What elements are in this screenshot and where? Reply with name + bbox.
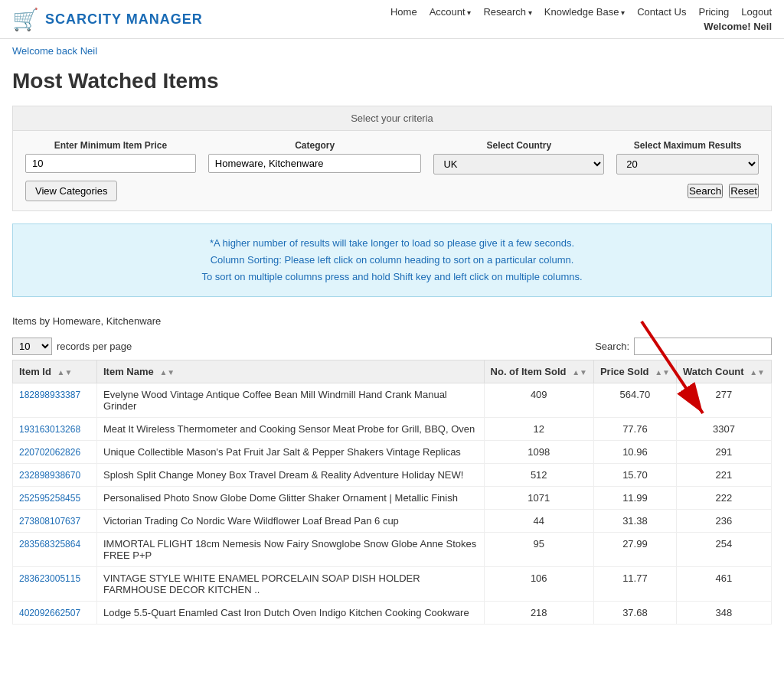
- table-row: 182898933387 Evelyne Wood Vintage Antiqu…: [13, 383, 772, 418]
- cell-item-name: Meat It Wireless Thermometer and Cooking…: [97, 418, 485, 441]
- item-id-link[interactable]: 252595258455: [19, 493, 80, 504]
- cell-sold: 218: [484, 602, 593, 625]
- min-price-field: Enter Minimum Item Price: [25, 140, 196, 173]
- country-select[interactable]: UK US AU CA DE FR: [433, 154, 604, 174]
- view-categories-button[interactable]: View Categories: [25, 181, 117, 201]
- table-row: 283623005115 VINTAGE STYLE WHITE ENAMEL …: [13, 567, 772, 602]
- table-controls: 10 25 50 100 records per page Search:: [12, 333, 772, 360]
- cell-sold: 95: [484, 533, 593, 567]
- cell-price: 37.68: [593, 602, 676, 625]
- cell-item-id: 232898938670: [13, 464, 97, 487]
- cell-sold: 409: [484, 383, 593, 418]
- cell-item-id: 182898933387: [13, 383, 97, 418]
- table-row: 283568325864 IMMORTAL FLIGHT 18cm Nemesi…: [13, 533, 772, 567]
- cell-item-id: 220702062826: [13, 441, 97, 464]
- table-section: Items by Homeware, Kitchenware 10 25 50 …: [12, 309, 772, 625]
- cell-item-id: 402092662507: [13, 602, 97, 625]
- item-id-link[interactable]: 193163013268: [19, 424, 80, 435]
- table-row: 252595258455 Personalised Photo Snow Glo…: [13, 487, 772, 510]
- nav-knowledge-base[interactable]: Knowledge Base: [544, 6, 625, 18]
- cell-sold: 106: [484, 567, 593, 602]
- nav-logout[interactable]: Logout: [741, 6, 772, 18]
- col-header-watch[interactable]: Watch Count ▲▼: [676, 360, 771, 383]
- max-results-select[interactable]: 10 20 50 100: [616, 154, 759, 174]
- cell-item-name: Personalised Photo Snow Globe Dome Glitt…: [97, 487, 485, 510]
- item-id-link[interactable]: 283568325864: [19, 539, 80, 550]
- col-header-item-id[interactable]: Item Id ▲▼: [13, 360, 97, 383]
- reset-button[interactable]: Reset: [729, 184, 759, 198]
- nav-pricing[interactable]: Pricing: [698, 6, 729, 18]
- table-search-input[interactable]: [634, 338, 772, 355]
- cell-sold: 1098: [484, 441, 593, 464]
- table-label: Items by Homeware, Kitchenware: [12, 309, 772, 333]
- table-search: Search:: [595, 338, 772, 355]
- table-row: 273808107637 Victorian Trading Co Nordic…: [13, 510, 772, 533]
- info-box: *A higher number of results will take lo…: [12, 223, 772, 297]
- col-header-item-name[interactable]: Item Name ▲▼: [97, 360, 485, 383]
- cell-price: 31.38: [593, 510, 676, 533]
- col-header-price[interactable]: Price Sold ▲▼: [593, 360, 676, 383]
- cell-watch: 236: [676, 510, 771, 533]
- records-per-page: 10 25 50 100 records per page: [12, 338, 132, 355]
- info-line-1: *A higher number of results will take lo…: [28, 235, 756, 252]
- nav-home[interactable]: Home: [390, 6, 417, 18]
- search-button[interactable]: Search: [688, 184, 723, 198]
- cell-item-name: VINTAGE STYLE WHITE ENAMEL PORCELAIN SOA…: [97, 567, 485, 602]
- breadcrumb-link[interactable]: Welcome back Neil: [12, 45, 97, 57]
- criteria-buttons: View Categories: [13, 174, 129, 210]
- cell-price: 10.96: [593, 441, 676, 464]
- table-search-label: Search:: [595, 341, 629, 352]
- cell-watch: 291: [676, 441, 771, 464]
- cell-sold: 44: [484, 510, 593, 533]
- cell-sold: 12: [484, 418, 593, 441]
- item-id-link[interactable]: 232898938670: [19, 470, 80, 481]
- cell-watch: 277: [676, 383, 771, 418]
- cell-sold: 512: [484, 464, 593, 487]
- item-id-link[interactable]: 273808107637: [19, 516, 80, 527]
- cell-price: 11.99: [593, 487, 676, 510]
- nav-account[interactable]: Account: [430, 6, 472, 18]
- item-id-link[interactable]: 182898933387: [19, 390, 80, 400]
- category-input[interactable]: [208, 154, 422, 173]
- search-reset-buttons: Search Reset: [675, 178, 771, 207]
- min-price-input[interactable]: [25, 154, 196, 173]
- cell-item-name: Lodge 5.5-Quart Enamled Cast Iron Dutch …: [97, 602, 485, 625]
- header: 🛒 SCARCITY MANAGER Home Account Research…: [0, 0, 784, 39]
- cell-price: 11.77: [593, 567, 676, 602]
- breadcrumb: Welcome back Neil: [0, 39, 784, 63]
- table-header-row: Item Id ▲▼ Item Name ▲▼ No. of Item Sold…: [13, 360, 772, 383]
- cell-price: 77.76: [593, 418, 676, 441]
- item-id-link[interactable]: 283623005115: [19, 573, 80, 584]
- cell-watch: 461: [676, 567, 771, 602]
- cell-item-id: 283623005115: [13, 567, 97, 602]
- cell-sold: 1071: [484, 487, 593, 510]
- cell-watch: 3307: [676, 418, 771, 441]
- logo-text: SCARCITY MANAGER: [45, 11, 203, 28]
- criteria-box: Select your criteria Enter Minimum Item …: [12, 106, 772, 211]
- cell-price: 27.99: [593, 533, 676, 567]
- nav-links: Home Account Research Knowledge Base Con…: [390, 6, 772, 18]
- nav-area: Home Account Research Knowledge Base Con…: [390, 6, 772, 32]
- cell-item-id: 193163013268: [13, 418, 97, 441]
- table-row: 193163013268 Meat It Wireless Thermomete…: [13, 418, 772, 441]
- cell-watch: 222: [676, 487, 771, 510]
- logo-area: 🛒 SCARCITY MANAGER: [12, 7, 203, 32]
- info-line-2: Column Sorting: Please left click on col…: [28, 252, 756, 269]
- category-label: Category: [208, 140, 422, 151]
- table-row: 232898938670 Splosh Split Change Money B…: [13, 464, 772, 487]
- cell-item-name: Victorian Trading Co Nordic Ware Wildflo…: [97, 510, 485, 533]
- cell-item-name: Unique Collectible Mason's Pat Fruit Jar…: [97, 441, 485, 464]
- item-id-link[interactable]: 220702062826: [19, 447, 80, 458]
- cell-watch: 348: [676, 602, 771, 625]
- cell-watch: 221: [676, 464, 771, 487]
- info-line-3: To sort on multiple columns press and ho…: [28, 269, 756, 285]
- records-per-page-select[interactable]: 10 25 50 100: [12, 338, 52, 355]
- cell-item-name: IMMORTAL FLIGHT 18cm Nemesis Now Fairy S…: [97, 533, 485, 567]
- country-field: Select Country UK US AU CA DE FR: [433, 140, 604, 174]
- item-id-link[interactable]: 402092662507: [19, 608, 80, 618]
- records-per-page-label: records per page: [57, 341, 132, 352]
- nav-contact[interactable]: Contact Us: [637, 6, 686, 18]
- country-label: Select Country: [433, 140, 604, 151]
- col-header-sold[interactable]: No. of Item Sold ▲▼: [484, 360, 593, 383]
- nav-research[interactable]: Research: [483, 6, 531, 18]
